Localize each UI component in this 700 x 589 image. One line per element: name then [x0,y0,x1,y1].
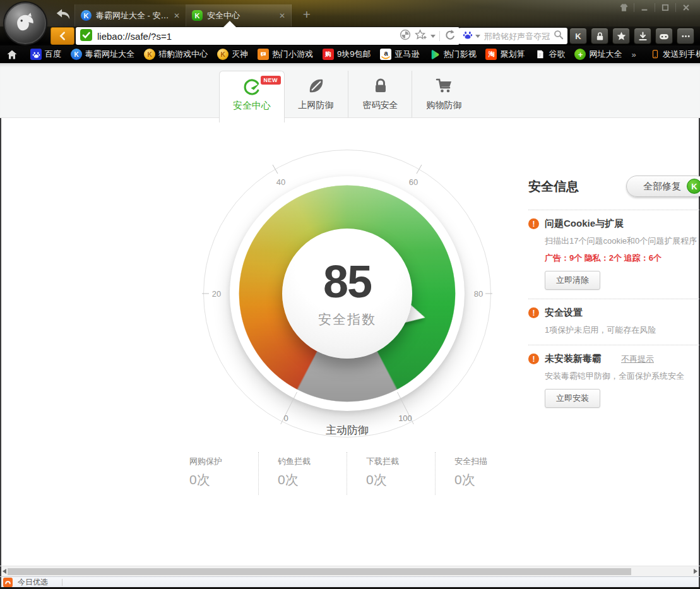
bookmark-label: 猎豹游戏中心 [158,49,208,60]
leaf-icon [284,76,348,95]
gauge-center: 85 安全指数 [282,229,412,359]
url-input[interactable] [96,30,396,42]
scrollbar-thumb[interactable] [8,568,631,575]
browser-window: K 毒霸网址大全 - 安全... ✕ K 安全中心 ✕ + [0,0,700,589]
tab-label: 购物防御 [412,100,476,111]
back-history-icon[interactable] [54,6,71,24]
kingsoft-k-button[interactable]: K [569,28,587,44]
bookmark-hot-video[interactable]: 热门影视 [429,49,476,60]
clean-now-button[interactable]: 立即清除 [545,271,600,290]
new-badge: NEW [261,76,282,85]
chevron-left-icon [61,33,64,40]
tick-100: 100 [398,413,412,423]
daily-picks-bag-icon [3,578,13,587]
bookmark-label: 9块9包邮 [337,49,371,60]
bookmarks-overflow-chevrons[interactable]: » [631,50,636,59]
security-score-label: 安全指数 [318,311,376,328]
games-gamepad-button[interactable] [655,28,673,44]
nav-back-button[interactable] [50,27,74,45]
toolbar-buttons: K [569,28,694,44]
baidu-paw-icon [30,49,42,60]
home-icon[interactable] [6,49,18,60]
close-button[interactable] [680,2,692,13]
more-menu-button[interactable] [677,28,694,44]
cheetah-browser-logo[interactable] [4,3,46,44]
bookmark-mieshen[interactable]: K 灭神 [217,49,248,60]
bookmark-baidu[interactable]: 百度 [30,49,61,60]
stat-phishing-block: 钓鱼拦截 0次 [259,452,347,495]
stat-security-scan: 安全扫描 0次 [436,452,524,495]
horizontal-scrollbar[interactable] [0,566,700,576]
bookmark-google[interactable]: 谷歌 [534,49,565,60]
browser-tab-safe-center[interactable]: K 安全中心 ✕ [186,4,292,27]
coin-k-icon: K [144,49,155,60]
maximize-button[interactable] [659,2,672,13]
coin-k-icon: K [217,49,228,60]
dont-remind-link[interactable]: 不再提示 [621,354,654,365]
window-controls [617,2,692,13]
tab-password-safety[interactable]: 密码安全 [348,71,412,117]
install-now-button[interactable]: 立即安装 [545,389,600,408]
bookmark-9kuai9[interactable]: 购 9块9包邮 [323,49,371,60]
browser-tab-duba[interactable]: K 毒霸网址大全 - 安全... ✕ [74,4,186,27]
panel-title: 安全信息 [528,178,579,195]
privacy-lock-button[interactable] [591,28,608,44]
scroll-right-arrow[interactable] [694,569,697,574]
cheetah-boost-icon[interactable] [400,29,411,43]
chevron-down-icon[interactable] [430,35,436,38]
tab-label: 上网防御 [284,100,348,111]
tab-shopping-defense[interactable]: 购物防御 [412,71,476,117]
bookmark-site-nav[interactable]: + 网址大全 [574,49,622,60]
bookmark-star-add-icon[interactable] [415,29,427,43]
minimize-button[interactable] [638,2,651,13]
bookmark-juhuasuan[interactable]: 淘 聚划算 [485,49,525,60]
alert-icon: ! [528,218,539,229]
fix-all-button[interactable]: 全部修复 K [626,176,700,197]
theme-shirt-icon[interactable] [617,2,630,13]
search-input[interactable] [483,31,551,42]
baidu-paw-icon[interactable] [463,30,473,42]
bookmark-label: 毒霸网址大全 [85,49,134,60]
tick-20: 20 [212,289,221,299]
divider [62,579,62,586]
bookmark-game-center[interactable]: K 猎豹游戏中心 [144,49,208,60]
tab-label: 安全中心 [220,100,284,112]
site-safe-shield-icon [80,29,92,44]
plus-safe-icon: + [574,49,586,60]
daily-picks-label[interactable]: 今日优选 [18,577,48,588]
bookmarks-bar: 百度 K 毒霸网址大全 K 猎豹游戏中心 K 灭神 热门小游戏 购 9块9包邮 … [0,45,700,63]
item-desc: 安装毒霸铠甲防御，全面保护系统安全 [545,371,700,382]
phone-icon [651,49,660,60]
tab-close-icon[interactable]: ✕ [174,11,180,20]
active-tab-pointer [223,21,236,27]
scroll-left-arrow[interactable] [3,569,6,574]
item-desc: 1项保护未启用，可能存在风险 [545,324,700,336]
send-to-phone[interactable]: 发送到手机 [651,49,700,60]
navigation-bar: K [0,27,700,45]
amazon-icon: a [380,49,391,60]
cart-icon [412,76,476,95]
bookmark-amazon[interactable]: a 亚马逊 [380,49,419,60]
refresh-icon[interactable] [444,29,455,43]
play-video-icon [429,49,440,60]
panel-item-cookie: ! 问题Cookie与扩展 扫描出17个问题cookie和0个问题扩展程序 广告… [528,210,700,299]
bookmark-mini-games[interactable]: 热门小游戏 [258,49,313,60]
gauge-caption: 主动防御 [284,423,410,437]
tab-close-icon[interactable]: ✕ [279,11,285,20]
tab-safe-center[interactable]: NEW 安全中心 [219,71,285,122]
item-title: 未安装新毒霸 [545,353,602,365]
favorites-star-button[interactable] [612,28,630,44]
search-box[interactable] [459,28,567,44]
search-engine-dropdown-icon[interactable] [475,35,480,38]
bookmark-duba-sites[interactable]: K 毒霸网址大全 [71,49,134,60]
search-magnifier-icon[interactable] [554,30,564,42]
tab-web-defense[interactable]: 上网防御 [284,71,348,117]
download-button[interactable] [634,28,651,44]
tick-80: 80 [474,289,483,299]
bookmark-label: 热门影视 [443,49,476,60]
new-tab-button[interactable]: + [298,6,316,23]
bookmark-label: 聚划算 [500,49,525,60]
address-bar[interactable] [76,27,460,45]
bookmark-label: 亚马逊 [394,49,419,60]
security-gauge: 0 20 40 60 80 100 85 安全指数 [202,148,492,439]
